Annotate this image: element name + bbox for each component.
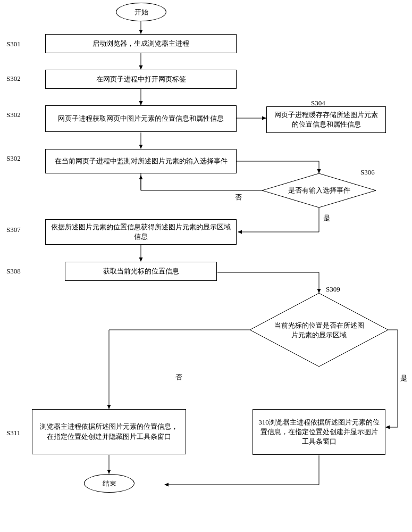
step-s302a-text: 在网页子进程中打开网页标签	[96, 74, 186, 84]
label-s302c: S302	[6, 154, 21, 163]
decision-s309: 当前光标的位置是否在所述图片元素的显示区域	[271, 314, 367, 346]
step-s301: 启动浏览器，生成浏览器主进程	[45, 34, 237, 53]
terminal-start: 开始	[116, 3, 166, 21]
decision-s306-text: 是否有输入选择事件	[288, 186, 350, 195]
edge-s309-yes: 是	[400, 373, 407, 383]
step-s311-text: 浏览器主进程依据所述图片元素的位置信息，在指定位置处创建并隐藏图片工具条窗口	[37, 422, 181, 441]
step-s307-text: 依据所述图片元素的位置信息获得所述图片元素的显示区域信息	[50, 222, 232, 242]
step-s302b-text: 网页子进程获取网页中图片元素的位置信息和属性信息	[58, 114, 224, 123]
step-s310-text: 310浏览器主进程依据所述图片元素的位置信息，在指定位置处创建并显示图片工具条窗…	[257, 418, 381, 447]
step-s310: 310浏览器主进程依据所述图片元素的位置信息，在指定位置处创建并显示图片工具条窗…	[253, 409, 385, 455]
step-s304: 网页子进程缓存存储所述图片元素的位置信息和属性信息	[266, 106, 386, 133]
label-s302a: S302	[6, 74, 21, 83]
label-s309: S309	[326, 285, 340, 294]
terminal-start-text: 开始	[134, 7, 148, 17]
step-s302c: 在当前网页子进程中监测对所述图片元素的输入选择事件	[45, 149, 237, 173]
terminal-end-text: 结束	[103, 479, 116, 488]
decision-s309-text: 当前光标的位置是否在所述图片元素的显示区域	[271, 321, 367, 340]
step-s302a: 在网页子进程中打开网页标签	[45, 70, 237, 89]
label-s306: S306	[360, 168, 375, 177]
step-s302b: 网页子进程获取网页中图片元素的位置信息和属性信息	[45, 105, 237, 132]
edge-s306-yes: 是	[323, 213, 330, 223]
label-s307: S307	[6, 226, 21, 234]
step-s302c-text: 在当前网页子进程中监测对所述图片元素的输入选择事件	[55, 156, 228, 166]
step-s301-text: 启动浏览器，生成浏览器主进程	[93, 39, 189, 48]
decision-s306: 是否有输入选择事件	[276, 183, 361, 198]
label-s311: S311	[6, 429, 20, 437]
terminal-end: 结束	[84, 474, 134, 493]
step-s308-text: 获取当前光标的位置信息	[103, 267, 179, 276]
label-s302b: S302	[6, 111, 21, 119]
step-s311: 浏览器主进程依据所述图片元素的位置信息，在指定位置处创建并隐藏图片工具条窗口	[32, 409, 186, 454]
step-s307: 依据所述图片元素的位置信息获得所述图片元素的显示区域信息	[45, 219, 237, 245]
label-s308: S308	[6, 267, 21, 276]
edge-s309-no: 否	[175, 372, 182, 382]
step-s308: 获取当前光标的位置信息	[65, 262, 217, 281]
edge-s306-no: 否	[235, 193, 242, 202]
label-s301: S301	[6, 40, 21, 48]
step-s304-text: 网页子进程缓存存储所述图片元素的位置信息和属性信息	[271, 110, 381, 129]
